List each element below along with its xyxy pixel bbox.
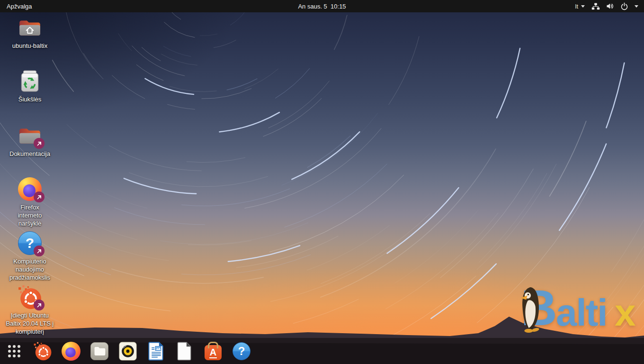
power-icon xyxy=(620,2,628,10)
chevron-down-icon xyxy=(581,5,585,8)
baltix-letter-x: x xyxy=(615,294,635,332)
desktop-icon-getting-started[interactable]: Kompiuterio naudojimo pradžiamokslis xyxy=(4,230,56,282)
icon-label-line: Įdiegti Ubuntu xyxy=(4,311,56,319)
dock-item-files[interactable] xyxy=(90,342,109,361)
penguin-icon xyxy=(517,285,545,334)
libreoffice-icon xyxy=(177,342,192,361)
system-menu[interactable] xyxy=(591,2,638,10)
icon-label-line: Kompiuterio xyxy=(4,257,56,265)
desktop: B alti x Apžvalga An saus. 5 10:15 lt xyxy=(0,0,644,364)
trash-icon xyxy=(18,69,41,93)
ubuntu-software-icon xyxy=(205,345,222,360)
libreoffice-writer-icon xyxy=(148,342,164,361)
files-icon xyxy=(90,342,108,360)
ubuntu-installer-icon xyxy=(33,342,52,361)
rhythmbox-icon xyxy=(119,342,137,361)
dock-item-libreoffice-writer[interactable] xyxy=(147,342,166,361)
dock-item-show-apps[interactable] xyxy=(5,342,24,361)
keyboard-layout-indicator[interactable]: lt xyxy=(575,3,585,10)
help-icon xyxy=(233,342,250,360)
activities-label: Apžvalga xyxy=(7,3,32,10)
desktop-icon-documentation[interactable]: Dokumentacija xyxy=(4,123,56,158)
baltix-letters-alti: alti xyxy=(556,294,607,332)
top-bar: Apžvalga An saus. 5 10:15 lt xyxy=(0,0,644,12)
dock-item-ubuntu-installer[interactable] xyxy=(33,342,52,361)
icon-label: Šiukšlės xyxy=(18,96,41,103)
chevron-down-icon xyxy=(635,5,638,8)
system-tray: lt xyxy=(575,0,644,12)
desktop-icon-home-folder[interactable]: ubuntu-baltix xyxy=(4,15,56,50)
clock-container: An saus. 5 10:15 xyxy=(0,3,644,10)
icon-label: ubuntu-baltix xyxy=(12,42,47,49)
dock-item-rhythmbox[interactable] xyxy=(118,342,137,361)
dock xyxy=(0,338,644,364)
dock-item-firefox[interactable] xyxy=(62,342,80,361)
firefox-icon xyxy=(62,342,80,361)
icon-label: Dokumentacija xyxy=(9,150,50,157)
app-grid-icon xyxy=(8,345,20,357)
icon-label-line: pradžiamokslis xyxy=(4,273,56,282)
icon-label-line: Baltix 20.04 LTS į xyxy=(4,319,56,328)
symlink-arrow-icon xyxy=(34,191,45,202)
desktop-icon-trash[interactable]: Šiukšlės xyxy=(4,68,56,103)
wired-network-icon xyxy=(591,3,600,10)
activities-button[interactable]: Apžvalga xyxy=(0,0,38,12)
dock-item-help[interactable] xyxy=(232,342,251,361)
icon-label-line: interneto xyxy=(4,211,56,219)
icon-label-line: Firefox xyxy=(4,203,56,211)
desktop-icon-firefox[interactable]: Firefox interneto naršyklė xyxy=(4,176,56,228)
symlink-arrow-icon xyxy=(34,138,45,149)
volume-icon xyxy=(606,2,614,10)
icon-label-line: naudojimo xyxy=(4,265,56,273)
icon-label-line: naršyklė xyxy=(4,219,56,228)
icon-label-line: kompiuterį xyxy=(4,328,56,336)
keyboard-layout-label: lt xyxy=(575,3,579,10)
dock-item-ubuntu-software[interactable] xyxy=(204,342,223,361)
clock[interactable]: An saus. 5 10:15 xyxy=(298,3,346,10)
symlink-arrow-icon xyxy=(34,246,45,256)
desktop-icon-installer[interactable]: Įdiegti Ubuntu Baltix 20.04 LTS į kompiu… xyxy=(4,284,56,336)
folder-home-icon xyxy=(18,18,42,37)
symlink-arrow-icon xyxy=(34,300,45,310)
baltix-watermark: B alti x xyxy=(521,282,644,337)
dock-item-libreoffice[interactable] xyxy=(175,342,194,361)
